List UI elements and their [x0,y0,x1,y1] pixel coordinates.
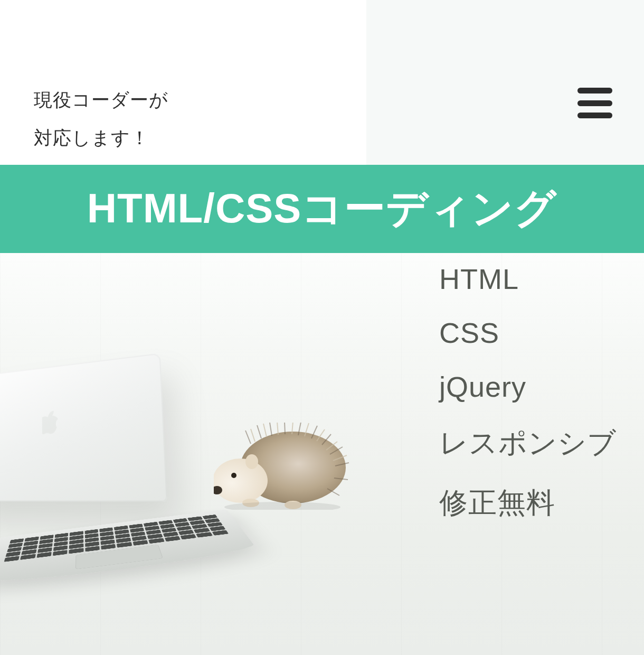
hamburger-icon[interactable] [577,88,612,118]
page-title: HTML/CSSコーディング [87,181,557,237]
skill-item-responsive: レスポンシブ [437,424,619,463]
skill-item-html: HTML [437,263,619,295]
skills-list: HTML CSS jQuery レスポンシブ 修正無料 [437,263,619,522]
header-left-panel: 現役コーダーが対応します！ [0,0,366,165]
header-right-panel [366,0,644,165]
laptop-illustration [0,363,243,597]
skill-item-revisions: 修正無料 [437,484,619,522]
skill-item-jquery: jQuery [437,370,619,403]
header-area: 現役コーダーが対応します！ [0,0,644,165]
hero-section: HTML CSS jQuery レスポンシブ 修正無料 [0,253,644,655]
sublead-text: 現役コーダーが対応します！ [34,81,168,157]
title-band: HTML/CSSコーディング [0,165,644,253]
apple-logo-icon [42,410,61,434]
laptop-screen [0,353,167,501]
skill-item-css: CSS [437,316,619,349]
laptop-keyboard [0,509,259,587]
